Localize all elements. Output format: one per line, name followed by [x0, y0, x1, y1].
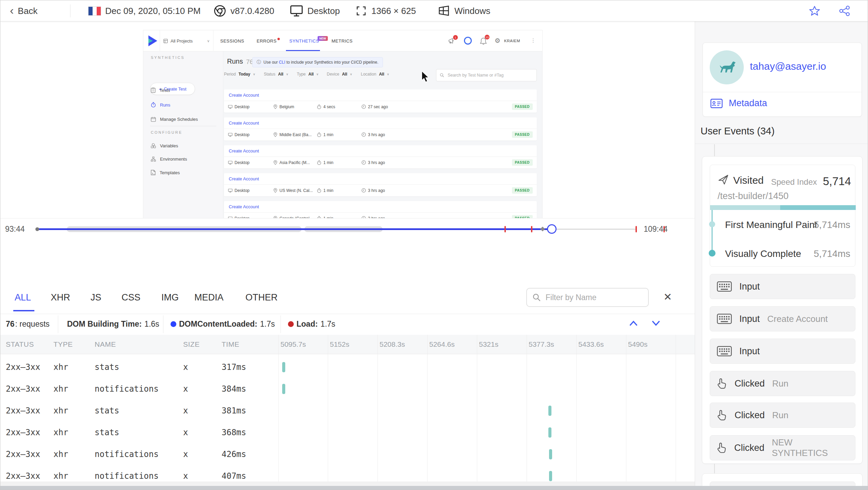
- device-info: Desktop: [290, 0, 340, 21]
- app-nav-tab[interactable]: METRICS: [332, 38, 353, 44]
- divider: [280, 315, 281, 333]
- waterfall-time-tick: 5095.7s: [280, 340, 306, 348]
- share-icon[interactable]: [838, 5, 851, 17]
- app-nav-tab[interactable]: SYNTHETICS: [289, 38, 319, 44]
- run-name-link[interactable]: Create Account: [224, 145, 537, 157]
- run-card[interactable]: Create Account Desktop Asia Pacific (M..…: [224, 145, 537, 168]
- user-event-item[interactable]: Input: [710, 339, 855, 364]
- app-nav-tab[interactable]: SESSIONS: [220, 38, 244, 44]
- sidebar-item-templates[interactable]: Templates: [151, 170, 180, 175]
- sidebar-item-runs[interactable]: Runs: [151, 102, 170, 108]
- network-request-row[interactable]: 2xx–3xx xhr notifications x 426ms: [0, 443, 695, 465]
- horizontal-scrollbar-track[interactable]: [0, 481, 695, 486]
- clock-icon: [361, 132, 366, 137]
- user-email-link[interactable]: tahay@asayer.io: [750, 61, 826, 72]
- test-search-box[interactable]: [436, 69, 537, 81]
- run-details-row: Desktop Canada (Central... 1 min: [224, 213, 537, 218]
- network-tab[interactable]: CSS: [122, 292, 141, 303]
- network-request-row[interactable]: 2xx–3xx xhr notifications x 384ms: [0, 378, 695, 400]
- request-status: 2xx–3xx: [6, 422, 40, 443]
- request-time: 368ms: [222, 422, 246, 443]
- user-event-item[interactable]: Clicked Run: [710, 371, 855, 396]
- megaphone-badge: 1: [453, 35, 458, 40]
- run-name-link[interactable]: Create Account: [224, 201, 537, 213]
- hand-pointer-icon: [717, 409, 727, 421]
- network-request-row[interactable]: 2xx–3xx xhr stats x 368ms: [0, 422, 695, 443]
- event-type: Input: [739, 314, 760, 324]
- timeline-error-tick[interactable]: [504, 226, 506, 232]
- run-name-link[interactable]: Create Account: [224, 117, 537, 129]
- horizontal-scrollbar-thumb[interactable]: [0, 486, 868, 490]
- run-card[interactable]: Create Account Desktop Middle East (Ba..…: [224, 117, 537, 141]
- run-details-row: Desktop Asia Pacific (M... 1 min: [224, 157, 537, 168]
- stopwatch-icon: [317, 104, 321, 109]
- sidebar-item-tests[interactable]: Tests: [151, 87, 170, 93]
- filter-dropdown[interactable]: Device All ∨: [327, 72, 352, 77]
- network-tab[interactable]: OTHER: [245, 292, 278, 303]
- filter-dropdown[interactable]: Period Today ∨: [224, 72, 255, 77]
- network-tab[interactable]: MEDIA: [194, 292, 224, 303]
- app-nav-tab[interactable]: ERRORS: [257, 38, 277, 44]
- page-visit-group-card: Visited Speed Index 5,714 /test-builder/…: [702, 156, 863, 464]
- filter-dropdown[interactable]: Location All ∨: [361, 72, 389, 77]
- filter-by-name-input[interactable]: [545, 293, 643, 303]
- timeline-playhead[interactable]: [547, 224, 557, 234]
- timeline-scrubber[interactable]: 93:44 109:44: [0, 218, 695, 239]
- timeline-current-time: 93:44: [5, 225, 25, 234]
- user-event-item[interactable]: Clicked NEW SYNTHETICS: [710, 435, 855, 460]
- sidebar-item-manage-schedules[interactable]: Manage Schedules: [151, 117, 198, 122]
- network-request-row[interactable]: 2xx–3xx xhr stats x 317ms: [0, 356, 695, 378]
- clipboard-icon: [151, 87, 156, 93]
- sidebar-item-environments[interactable]: Environments: [151, 157, 187, 162]
- network-tab[interactable]: IMG: [161, 292, 179, 303]
- kebab-menu-icon[interactable]: ⋮: [531, 37, 536, 44]
- run-location: US West (N. Cal...: [279, 188, 313, 193]
- sidebar-item-variables[interactable]: Variables: [151, 143, 178, 148]
- run-time-ago: 3 hrs ago: [368, 160, 385, 165]
- back-button[interactable]: ‹ Back: [10, 0, 37, 21]
- sidebar-section-synthetics: SYNTHETICS: [151, 55, 185, 60]
- filter-by-name-box[interactable]: [526, 288, 649, 307]
- vc-label: Visually Complete: [725, 248, 801, 259]
- gear-icon[interactable]: ⚙: [495, 37, 500, 45]
- jump-next-icon[interactable]: [651, 320, 661, 326]
- cli-link[interactable]: CLI: [279, 60, 285, 65]
- status-badge: PASSED: [512, 187, 533, 194]
- active-tab-underline: [13, 310, 34, 311]
- user-event-item[interactable]: Input: [710, 274, 855, 299]
- jump-previous-icon[interactable]: [629, 320, 638, 326]
- test-search-input[interactable]: [447, 72, 533, 78]
- timeline-error-tick[interactable]: [636, 226, 637, 232]
- user-menu[interactable]: KRAIEM: [504, 39, 520, 43]
- network-tab[interactable]: ALL: [15, 292, 31, 303]
- browser-version: v87.0.4280: [230, 6, 274, 16]
- new-feature-badge: NEW: [318, 36, 328, 41]
- request-size: x: [183, 443, 188, 465]
- run-name-link[interactable]: Create Account: [224, 89, 537, 101]
- close-panel-icon[interactable]: ✕: [663, 291, 672, 303]
- network-tab[interactable]: XHR: [51, 292, 70, 303]
- run-name-link[interactable]: Create Account: [224, 173, 537, 185]
- timeline-error-tick[interactable]: [531, 226, 532, 232]
- user-event-item[interactable]: Clicked Run: [710, 403, 855, 428]
- device-type: Desktop: [307, 6, 340, 16]
- run-card[interactable]: Create Account Desktop Canada (Central..…: [224, 201, 537, 218]
- run-card[interactable]: Create Account Desktop Belgium: [224, 89, 537, 113]
- favorite-star-icon[interactable]: [808, 5, 821, 17]
- network-tab[interactable]: JS: [91, 292, 101, 303]
- run-device: Desktop: [235, 132, 250, 137]
- event-value: Create Account: [767, 314, 828, 324]
- filter-dropdown[interactable]: Status All ∨: [264, 72, 288, 77]
- waterfall-bar: [282, 384, 285, 394]
- user-event-item[interactable]: Input Create Account: [710, 306, 855, 331]
- browser-info: v87.0.4280: [213, 0, 274, 21]
- metadata-button[interactable]: Metadata: [710, 98, 767, 109]
- visited-event-card[interactable]: Visited Speed Index 5,714 /test-builder/…: [710, 165, 855, 267]
- network-request-row[interactable]: 2xx–3xx xhr stats x 381ms: [0, 400, 695, 422]
- filter-dropdown[interactable]: Type All ∨: [297, 72, 319, 77]
- animal-avatar-icon: [716, 57, 737, 78]
- chevron-down-icon: ∨: [387, 72, 389, 76]
- request-status: 2xx–3xx: [6, 400, 40, 422]
- back-label: Back: [18, 6, 37, 16]
- run-card[interactable]: Create Account Desktop US West (N. Cal..…: [224, 173, 537, 196]
